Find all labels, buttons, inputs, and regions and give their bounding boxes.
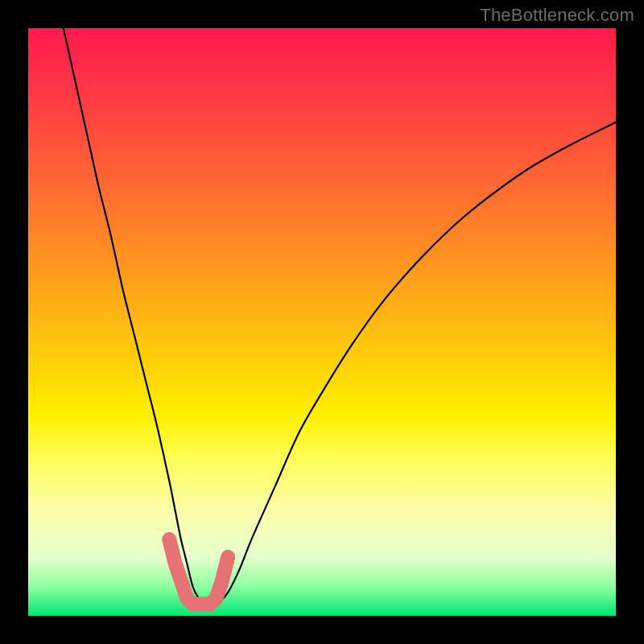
- optimal-band: [169, 539, 228, 604]
- curve-layer: [28, 28, 616, 616]
- plot-area: [28, 28, 616, 616]
- bottleneck-curve: [64, 28, 616, 605]
- watermark-text: TheBottleneck.com: [480, 5, 634, 26]
- chart-frame: TheBottleneck.com: [0, 0, 644, 644]
